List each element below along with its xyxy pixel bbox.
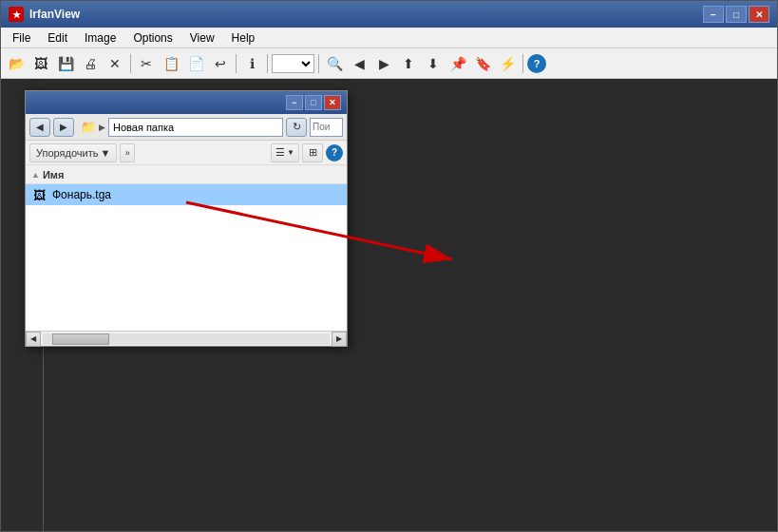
scroll-thumb[interactable] xyxy=(52,333,109,345)
menu-help[interactable]: Help xyxy=(224,29,263,47)
copy-button[interactable]: 📋 xyxy=(160,52,182,75)
menu-view[interactable]: View xyxy=(182,29,222,47)
separator-5 xyxy=(522,54,523,73)
separator-2 xyxy=(236,54,237,73)
folder-icon: 📁 xyxy=(81,120,96,135)
minimize-button[interactable]: − xyxy=(703,6,724,23)
flash-button[interactable]: ⚡ xyxy=(496,52,519,75)
open-button[interactable]: 📂 xyxy=(5,52,28,75)
menu-file[interactable]: File xyxy=(5,29,38,47)
dialog-help-button[interactable]: ? xyxy=(326,144,343,162)
print-button[interactable]: 🖨 xyxy=(79,52,102,75)
file-open-dialog: − □ ✕ ◀ ▶ 📁 ▶ ↻ Упоряд xyxy=(25,90,348,347)
help-button[interactable]: ? xyxy=(527,54,546,73)
dialog-minimize-button[interactable]: − xyxy=(286,95,303,110)
menu-bar: File Edit Image Options View Help xyxy=(1,28,777,48)
close-button[interactable]: ✕ xyxy=(749,6,769,23)
save-button[interactable]: 💾 xyxy=(54,52,77,75)
file-item[interactable]: 🖼 Фонарь.tga xyxy=(26,184,347,205)
menu-options[interactable]: Options xyxy=(125,29,180,47)
view-button[interactable]: ☰ ▼ xyxy=(271,143,299,162)
pin-button[interactable]: 📌 xyxy=(446,52,469,75)
dialog-maximize-button[interactable]: □ xyxy=(305,95,322,110)
scroll-left-button[interactable]: ◀ xyxy=(26,332,41,347)
title-bar: ★ IrfanView − □ ✕ xyxy=(1,1,777,28)
down-button[interactable]: ⬇ xyxy=(422,52,445,75)
horizontal-scrollbar[interactable]: ◀ ▶ xyxy=(26,331,347,346)
panel-button[interactable]: ⊞ xyxy=(302,143,323,162)
path-input[interactable] xyxy=(108,118,283,137)
path-arrow: ▶ xyxy=(99,123,105,132)
scroll-track[interactable] xyxy=(43,333,330,345)
organize-button[interactable]: Упорядочить ▼ xyxy=(29,143,117,162)
search-input[interactable] xyxy=(310,118,343,137)
app-icon: ★ xyxy=(9,7,24,22)
content-area: − □ ✕ ◀ ▶ 📁 ▶ ↻ Упоряд xyxy=(1,79,777,531)
forward-button[interactable]: ▶ xyxy=(53,118,74,137)
prev-button[interactable]: ◀ xyxy=(348,52,370,75)
undo-button[interactable]: ↩ xyxy=(209,52,232,75)
delete-button[interactable]: ✕ xyxy=(104,52,126,75)
file-list-header: ▲ Имя xyxy=(26,165,347,184)
maximize-button[interactable]: □ xyxy=(726,6,747,23)
dialog-close-button[interactable]: ✕ xyxy=(324,95,341,110)
separator-3 xyxy=(267,54,268,73)
next-button[interactable]: ▶ xyxy=(372,52,395,75)
up-button[interactable]: ⬆ xyxy=(397,52,420,75)
scroll-right-button[interactable]: ▶ xyxy=(332,332,347,347)
zoom-dropdown[interactable] xyxy=(272,54,314,73)
separator-4 xyxy=(318,54,319,73)
menu-edit[interactable]: Edit xyxy=(40,29,75,47)
dialog-toolbar: Упорядочить ▼ » ☰ ▼ ⊞ ? xyxy=(26,141,347,165)
file-list: ▲ Имя 🖼 Фонарь.tga xyxy=(26,165,347,331)
dialog-address-bar: ◀ ▶ 📁 ▶ ↻ xyxy=(26,114,347,141)
title-controls: − □ ✕ xyxy=(703,6,769,23)
refresh-button[interactable]: ↻ xyxy=(286,118,307,137)
thumbnail-button[interactable]: 🖼 xyxy=(29,52,52,75)
file-icon: 🖼 xyxy=(31,187,47,202)
toolbar: 📂 🖼 💾 🖨 ✕ ✂ 📋 📄 ↩ ℹ 🔍 ◀ ▶ ⬆ ⬇ 📌 🔖 ⚡ ? xyxy=(1,48,777,79)
separator-1 xyxy=(130,54,131,73)
app-title: IrfanView xyxy=(29,8,703,21)
menu-image[interactable]: Image xyxy=(77,29,123,47)
back-button[interactable]: ◀ xyxy=(29,118,50,137)
main-window: ★ IrfanView − □ ✕ File Edit Image Option… xyxy=(0,0,778,532)
more-button[interactable]: » xyxy=(120,143,135,162)
cut-button[interactable]: ✂ xyxy=(135,52,158,75)
bookmark-button[interactable]: 🔖 xyxy=(471,52,494,75)
dialog-title-bar: − □ ✕ xyxy=(26,91,347,114)
info-button[interactable]: ℹ xyxy=(240,52,263,75)
paste-button[interactable]: 📄 xyxy=(184,52,207,75)
zoom-in-button[interactable]: 🔍 xyxy=(323,52,346,75)
